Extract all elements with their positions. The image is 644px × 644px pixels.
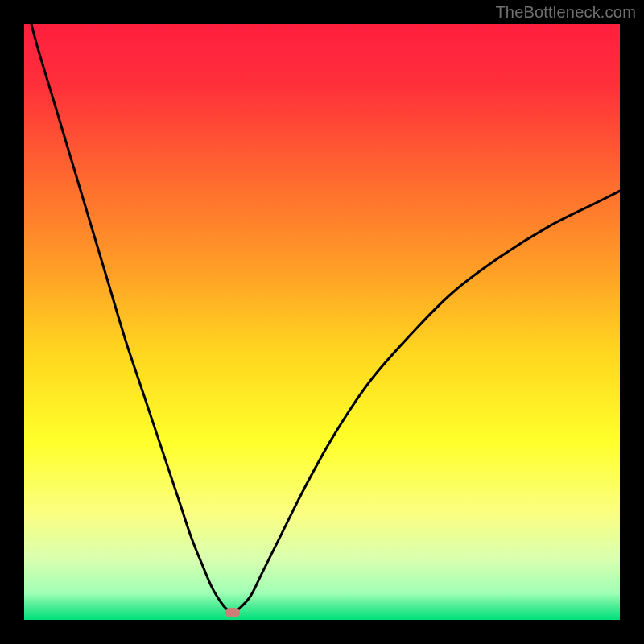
optimal-point-marker (225, 608, 240, 617)
bottleneck-curve (24, 24, 620, 620)
plot-area (24, 24, 620, 620)
watermark-text: TheBottleneck.com (495, 3, 636, 22)
chart-frame: TheBottleneck.com (0, 0, 644, 644)
